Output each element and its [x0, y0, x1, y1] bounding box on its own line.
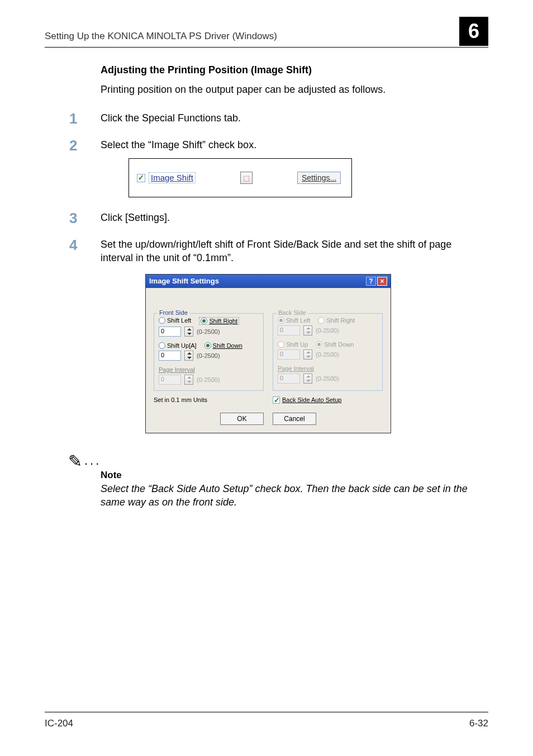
- back-side-auto-setup-checkbox[interactable]: Back Side Auto Setup: [282, 396, 341, 403]
- chapter-number: 6: [459, 17, 488, 46]
- checkbox-icon[interactable]: [273, 396, 280, 404]
- running-header: Setting Up the KONICA MINOLTA PS Driver …: [45, 31, 448, 42]
- radio-shift-right-front[interactable]: Shift Right: [199, 317, 239, 325]
- front-horizontal-range: (0-2500): [197, 328, 220, 335]
- radio-shift-left-front[interactable]: Shift Left: [159, 317, 191, 325]
- image-shift-preview-icon: ⬚: [240, 172, 253, 184]
- step-number-3: 3: [69, 211, 101, 225]
- close-icon[interactable]: ×: [377, 277, 387, 286]
- spinner-icon: [184, 375, 193, 385]
- front-page-interval-label: Page Interval: [159, 366, 259, 373]
- spinner-icon: [303, 374, 312, 384]
- back-side-legend: Back Side: [277, 309, 308, 316]
- front-side-group: Front Side Shift Left Shift Right 0 (0-2…: [154, 313, 264, 391]
- checkbox-icon[interactable]: [137, 174, 145, 182]
- note-label: Note: [101, 470, 477, 481]
- note-icon: ✎: [68, 451, 82, 471]
- radio-shift-up-front[interactable]: Shift Up[A]: [159, 342, 197, 349]
- image-shift-settings-dialog: Image Shift Settings ? × Front Side Shif…: [145, 274, 391, 433]
- back-vertical-value: 0: [278, 349, 300, 360]
- back-side-group: Back Side Shift Left Shift Right 0 (0-25…: [273, 313, 383, 391]
- back-page-interval-label: Page Interval: [278, 365, 378, 372]
- back-horizontal-value: 0: [278, 325, 300, 336]
- radio-shift-left-back: Shift Left: [278, 317, 310, 324]
- spinner-icon[interactable]: [184, 327, 193, 337]
- back-vertical-range: (0-2500): [316, 351, 339, 358]
- note-text: Select the “Back Side Auto Setup” check …: [101, 482, 477, 509]
- radio-shift-up-back: Shift Up: [278, 341, 308, 348]
- note-dots-icon: ...: [84, 453, 101, 467]
- settings-button[interactable]: Settings...: [297, 172, 341, 184]
- footer-left: IC-204: [45, 718, 73, 729]
- units-note: Set in 0.1 mm Units: [154, 396, 264, 404]
- step-text-1: Click the Special Functions tab.: [101, 111, 477, 126]
- radio-shift-down-back: Shift Down: [316, 341, 354, 348]
- intro-paragraph: Printing position on the output paper ca…: [101, 84, 477, 96]
- cancel-button[interactable]: Cancel: [273, 413, 316, 425]
- image-shift-checkbox-label[interactable]: Image Shift: [149, 172, 196, 183]
- step-number-1: 1: [69, 111, 101, 126]
- front-vertical-range: (0-2500): [197, 352, 220, 359]
- dialog-title: Image Shift Settings: [149, 277, 365, 285]
- front-horizontal-value[interactable]: 0: [159, 327, 181, 337]
- step-number-4: 4: [69, 238, 101, 265]
- spinner-icon: [303, 349, 312, 360]
- front-page-interval-range: (0-2500): [197, 376, 220, 383]
- section-heading: Adjusting the Printing Position (Image S…: [101, 64, 477, 76]
- help-icon[interactable]: ?: [366, 277, 376, 286]
- footer-right: 6-32: [469, 718, 488, 729]
- spinner-icon[interactable]: [184, 351, 193, 361]
- step-text-2: Select the “Image Shift” check box.: [101, 138, 477, 153]
- step-text-3: Click [Settings].: [101, 211, 477, 225]
- image-shift-checkbox-illustration: Image Shift ⬚ Settings...: [129, 158, 352, 197]
- front-vertical-value[interactable]: 0: [159, 351, 181, 361]
- front-page-interval-value: 0: [159, 375, 181, 385]
- step-text-4: Set the up/down/right/left shift of Fron…: [101, 238, 477, 265]
- spinner-icon: [303, 325, 312, 336]
- back-page-interval-value: 0: [278, 374, 300, 384]
- ok-button[interactable]: OK: [220, 413, 264, 425]
- radio-shift-right-back: Shift Right: [318, 317, 355, 324]
- radio-shift-down-front[interactable]: Shift Down: [204, 342, 242, 349]
- back-horizontal-range: (0-2500): [316, 327, 339, 334]
- front-side-legend: Front Side: [158, 309, 189, 316]
- step-number-2: 2: [69, 138, 101, 153]
- back-page-interval-range: (0-2500): [316, 375, 339, 382]
